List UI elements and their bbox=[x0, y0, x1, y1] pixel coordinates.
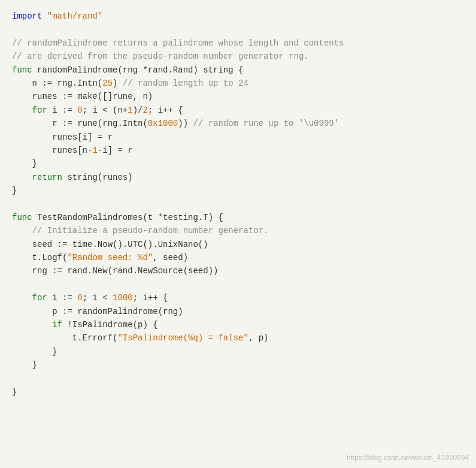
code-token: TestRandomPalindromes(t *testing.T) { bbox=[32, 213, 223, 222]
code-token: "IsPalindrome(%q) = false" bbox=[117, 333, 248, 343]
code-line: t.Errorf("IsPalindrome(%q) = false", p) bbox=[12, 331, 464, 345]
code-token: } bbox=[12, 186, 17, 195]
code-line: // randomPalindrome returns a palindrome… bbox=[12, 37, 464, 50]
code-token: )/ bbox=[133, 105, 143, 115]
code-token: if bbox=[52, 320, 62, 330]
code-line: // are derived from the pseudo-random nu… bbox=[12, 50, 464, 63]
code-line: p := randomPalindrome(rng) bbox=[12, 305, 464, 318]
code-line: if !IsPalindrome(p) { bbox=[12, 318, 464, 331]
code-line: n := rng.Intn(25) // random length up to… bbox=[12, 77, 464, 90]
code-token: t.Logf( bbox=[12, 253, 67, 262]
code-token: for bbox=[32, 293, 47, 303]
code-token: // Initialize a pseudo-random number gen… bbox=[32, 226, 269, 235]
code-line: } bbox=[12, 345, 464, 358]
code-token: 1 bbox=[128, 105, 132, 115]
code-token: "math/rand" bbox=[47, 11, 102, 21]
code-token: t.Errorf( bbox=[12, 333, 117, 343]
code-token: p := randomPalindrome(rng) bbox=[12, 307, 183, 316]
code-container: import "math/rand" // randomPalindrome r… bbox=[0, 0, 476, 468]
code-token: 0 bbox=[77, 105, 82, 115]
code-token: runes[i] = r bbox=[12, 132, 113, 142]
code-line: for i := 0; i < 1000; i++ { bbox=[12, 291, 464, 304]
code-token bbox=[12, 173, 32, 182]
code-token: , seed) bbox=[153, 253, 188, 262]
code-token: // are derived from the pseudo-random nu… bbox=[12, 52, 309, 61]
code-line: runes := make([]rune, n) bbox=[12, 90, 464, 103]
code-line: } bbox=[12, 385, 464, 398]
code-line: seed := time.Now().UTC().UnixNano() bbox=[12, 238, 464, 251]
code-line bbox=[12, 23, 464, 36]
code-token: for bbox=[32, 105, 47, 115]
code-token: // random rune up to '\u0999' bbox=[193, 119, 339, 128]
code-token bbox=[12, 226, 32, 235]
code-line: } bbox=[12, 157, 464, 170]
code-line: import "math/rand" bbox=[12, 10, 464, 23]
code-token: func bbox=[12, 65, 32, 75]
code-line bbox=[12, 372, 464, 385]
code-token: ) bbox=[113, 78, 123, 88]
code-token bbox=[12, 293, 32, 303]
code-line: runes[n-1-i] = r bbox=[12, 144, 464, 157]
code-token: ; i < bbox=[83, 293, 113, 303]
code-line bbox=[12, 197, 464, 210]
code-line: } bbox=[12, 184, 464, 197]
code-token bbox=[12, 320, 52, 330]
code-token: func bbox=[12, 213, 32, 222]
code-line: for i := 0; i < (n+1)/2; i++ { bbox=[12, 104, 464, 117]
code-token: ; i < (n+ bbox=[83, 105, 128, 115]
code-line: t.Logf("Random seed: %d", seed) bbox=[12, 251, 464, 264]
code-token: rng := rand.New(rand.NewSource(seed)) bbox=[12, 266, 218, 276]
code-line: runes[i] = r bbox=[12, 131, 464, 144]
code-token: } bbox=[12, 347, 57, 357]
code-token: i := bbox=[47, 105, 77, 115]
code-token: randomPalindrome(rng *rand.Rand) string … bbox=[32, 65, 244, 75]
code-token: ; i++ { bbox=[148, 105, 183, 115]
code-token: 25 bbox=[102, 78, 113, 88]
code-token: i := bbox=[47, 293, 77, 303]
code-token: 2 bbox=[143, 105, 148, 115]
code-line: // Initialize a pseudo-random number gen… bbox=[12, 224, 464, 237]
watermark: https://blog.csdn.net/weixin_41910694 bbox=[347, 454, 469, 462]
code-token: seed := time.Now().UTC().UnixNano() bbox=[12, 240, 208, 249]
code-token: -i] = r bbox=[98, 146, 133, 155]
code-token: // randomPalindrome returns a palindrome… bbox=[12, 38, 344, 48]
code-token: )) bbox=[178, 119, 193, 128]
code-token: return bbox=[32, 173, 62, 182]
code-token: // random length up to 24 bbox=[123, 78, 248, 88]
code-token: import bbox=[12, 11, 47, 21]
code-token: string(runes) bbox=[62, 173, 133, 182]
code-token: 0 bbox=[77, 293, 82, 303]
code-token: } bbox=[12, 360, 37, 370]
code-token: , p) bbox=[248, 333, 269, 343]
code-token: 1000 bbox=[113, 293, 133, 303]
code-token: "Random seed: %d" bbox=[67, 253, 153, 262]
code-token: 1 bbox=[92, 146, 97, 155]
code-line: func TestRandomPalindromes(t *testing.T)… bbox=[12, 211, 464, 224]
code-line: } bbox=[12, 358, 464, 372]
code-block: import "math/rand" // randomPalindrome r… bbox=[12, 10, 464, 398]
code-token: } bbox=[12, 159, 37, 168]
code-line: func randomPalindrome(rng *rand.Rand) st… bbox=[12, 64, 464, 77]
code-token: r := rune(rng.Intn( bbox=[12, 119, 148, 128]
code-token: runes[n- bbox=[12, 146, 92, 155]
code-token: ; i++ { bbox=[133, 293, 168, 303]
code-token: runes := make([]rune, n) bbox=[12, 92, 153, 101]
code-token bbox=[12, 105, 32, 115]
code-token: n := rng.Intn( bbox=[12, 78, 102, 88]
code-token: } bbox=[12, 387, 17, 397]
code-token: 0x1000 bbox=[148, 119, 178, 128]
code-line: rng := rand.New(rand.NewSource(seed)) bbox=[12, 264, 464, 277]
code-line: r := rune(rng.Intn(0x1000)) // random ru… bbox=[12, 117, 464, 130]
code-line bbox=[12, 278, 464, 291]
code-line: return string(runes) bbox=[12, 171, 464, 184]
code-token: !IsPalindrome(p) { bbox=[62, 320, 158, 330]
